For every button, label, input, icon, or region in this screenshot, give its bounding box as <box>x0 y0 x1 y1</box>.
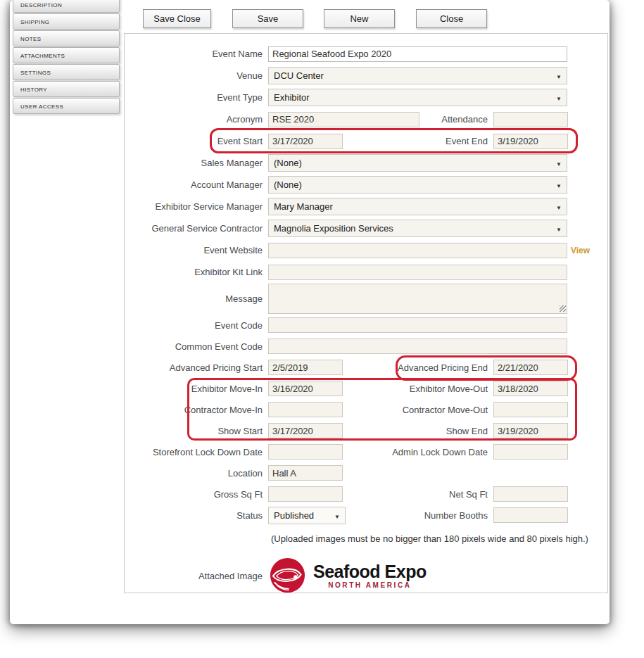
account-manager-select[interactable]: (None) <box>268 176 567 194</box>
exhibitor-move-out-input[interactable] <box>493 381 568 396</box>
lock-down-row: Storefront Lock Down Date Admin Lock Dow… <box>125 441 607 462</box>
image-size-note: (Uploaded images must be no bigger than … <box>125 526 607 552</box>
chevron-down-icon <box>556 223 562 234</box>
toolbar: Save Close Save New Close <box>143 9 487 28</box>
account-manager-label: Account Manager <box>125 179 268 190</box>
exhibitor-move-out-label: Exhibitor Move-Out <box>343 384 493 394</box>
exhibitor-service-manager-select-value: Mary Manager <box>274 201 333 212</box>
close-button[interactable]: Close <box>416 9 487 28</box>
sidebar-item-attachments[interactable]: ATTACHMENTS <box>13 47 120 63</box>
common-event-code-input[interactable] <box>268 339 567 354</box>
event-start-label: Event Start <box>125 136 268 146</box>
exhibitor-move-in-label: Exhibitor Move-In <box>125 384 268 394</box>
exhibitor-kit-link-row: Exhibitor Kit Link <box>125 261 607 283</box>
net-sq-ft-label: Net Sq Ft <box>343 489 493 500</box>
net-sq-ft-input[interactable] <box>493 486 568 502</box>
exhibitor-service-manager-row: Exhibitor Service Manager Mary Manager <box>125 196 607 217</box>
general-service-contractor-row: General Service Contractor Magnolia Expo… <box>125 217 607 239</box>
status-select[interactable]: Published <box>268 507 346 524</box>
exhibitor-kit-link-input[interactable] <box>268 265 567 280</box>
attendance-input[interactable] <box>493 112 568 127</box>
logo-text: Seafood Expo NORTH AMERICA <box>313 562 427 589</box>
status-label: Status <box>125 510 268 521</box>
message-textarea[interactable] <box>268 284 567 314</box>
general-service-contractor-select-value: Magnolia Exposition Services <box>274 223 393 234</box>
venue-label: Venue <box>125 70 268 81</box>
common-event-code-row: Common Event Code <box>125 336 607 357</box>
event-end-input[interactable] <box>493 134 568 149</box>
sales-manager-select[interactable]: (None) <box>268 154 567 172</box>
gross-sq-ft-input[interactable] <box>268 486 343 502</box>
save-close-button[interactable]: Save Close <box>143 9 211 28</box>
view-link[interactable]: View <box>571 246 590 255</box>
event-type-select-value: Exhibitor <box>274 92 310 103</box>
event-dates-row: Event Start Event End <box>125 130 607 152</box>
contractor-move-out-input[interactable] <box>493 402 568 417</box>
event-code-input[interactable] <box>268 317 567 333</box>
chevron-down-icon <box>556 179 562 190</box>
advanced-pricing-row: Advanced Pricing Start Advanced Pricing … <box>125 357 607 378</box>
account-manager-select-value: (None) <box>274 179 302 190</box>
show-end-input[interactable] <box>493 423 568 438</box>
new-button[interactable]: New <box>324 9 395 28</box>
chevron-down-icon <box>556 70 562 81</box>
acronym-input[interactable] <box>268 112 419 127</box>
advanced-pricing-start-label: Advanced Pricing Start <box>125 362 268 373</box>
chevron-down-icon <box>556 158 562 168</box>
event-type-label: Event Type <box>125 92 268 103</box>
advanced-pricing-start-input[interactable] <box>268 360 343 375</box>
venue-select-value: DCU Center <box>274 70 324 81</box>
event-website-label: Event Website <box>125 245 268 255</box>
number-booths-label: Number Booths <box>346 510 493 521</box>
venue-row: Venue DCU Center <box>125 65 607 87</box>
admin-lock-down-label: Admin Lock Down Date <box>343 447 493 457</box>
show-dates-row: Show Start Show End <box>125 420 607 441</box>
event-type-select[interactable]: Exhibitor <box>268 89 567 106</box>
exhibitor-move-row: Exhibitor Move-In Exhibitor Move-Out <box>125 378 607 399</box>
attached-image-label: Attached Image <box>125 571 268 581</box>
message-row: Message <box>125 283 607 315</box>
venue-select[interactable]: DCU Center <box>268 67 567 84</box>
event-name-row: Event Name <box>125 43 607 65</box>
show-start-label: Show Start <box>125 426 268 436</box>
show-start-input[interactable] <box>268 423 343 438</box>
sq-ft-row: Gross Sq Ft Net Sq Ft <box>125 483 607 505</box>
advanced-pricing-end-input[interactable] <box>493 360 568 375</box>
sidebar-item-user-access[interactable]: USER ACCESS <box>13 98 120 114</box>
status-row: Status Published Number Booths <box>125 505 607 526</box>
message-label: Message <box>125 293 268 304</box>
event-description-page: DESCRIPTION SHIPPING NOTES ATTACHMENTS S… <box>10 0 610 624</box>
sales-manager-select-value: (None) <box>274 158 302 168</box>
number-booths-input[interactable] <box>493 507 568 523</box>
storefront-lock-down-input[interactable] <box>268 444 343 460</box>
sidebar-item-history[interactable]: HISTORY <box>13 81 120 97</box>
sidebar-item-shipping[interactable]: SHIPPING <box>13 13 120 30</box>
location-label: Location <box>125 468 268 479</box>
event-name-input[interactable] <box>268 46 567 62</box>
common-event-code-label: Common Event Code <box>125 341 268 352</box>
status-select-value: Published <box>274 510 314 521</box>
attached-image-row: Attached Image Seafood Expo NORTH AMERIC… <box>125 552 607 600</box>
sales-manager-row: Sales Manager (None) <box>125 152 607 174</box>
save-button[interactable]: Save <box>232 9 303 28</box>
sidebar-item-notes[interactable]: NOTES <box>13 30 120 46</box>
general-service-contractor-label: General Service Contractor <box>125 223 268 234</box>
sidebar-item-description[interactable]: DESCRIPTION <box>13 0 120 13</box>
gross-sq-ft-label: Gross Sq Ft <box>125 489 268 500</box>
event-website-input[interactable] <box>268 243 567 258</box>
event-type-row: Event Type Exhibitor <box>125 87 607 108</box>
general-service-contractor-select[interactable]: Magnolia Exposition Services <box>268 220 567 237</box>
contractor-move-in-label: Contractor Move-In <box>125 405 268 415</box>
sales-manager-label: Sales Manager <box>125 158 268 168</box>
exhibitor-service-manager-select[interactable]: Mary Manager <box>268 198 567 215</box>
sidebar-item-settings[interactable]: SETTINGS <box>13 64 120 80</box>
location-input[interactable] <box>268 465 343 481</box>
acronym-label: Acronym <box>125 114 268 125</box>
admin-lock-down-input[interactable] <box>493 444 568 460</box>
event-start-input[interactable] <box>268 134 343 149</box>
contractor-move-in-input[interactable] <box>268 402 343 417</box>
event-code-row: Event Code <box>125 315 607 336</box>
chevron-down-icon <box>556 201 562 212</box>
exhibitor-move-in-input[interactable] <box>268 381 343 396</box>
message-field-wrap <box>268 284 567 314</box>
